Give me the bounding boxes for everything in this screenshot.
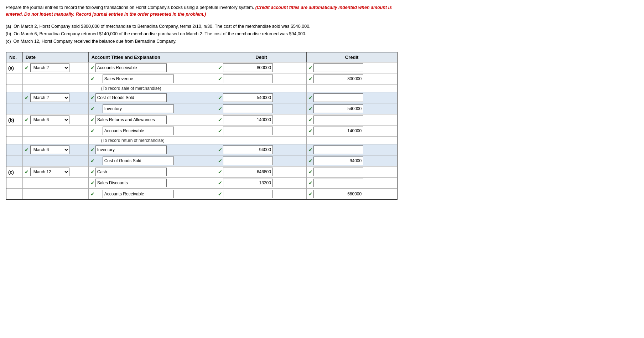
credit-input[interactable] bbox=[313, 104, 363, 113]
debit-input[interactable] bbox=[223, 93, 273, 102]
date-cell[interactable]: ✔March 6 bbox=[22, 144, 88, 155]
check-icon: ✔ bbox=[308, 106, 313, 112]
check-icon: ✔ bbox=[218, 65, 222, 71]
account-cell[interactable]: ✔ bbox=[88, 126, 216, 137]
credit-cell[interactable]: ✔ bbox=[307, 114, 397, 126]
entry-number bbox=[6, 73, 22, 84]
debit-cell[interactable]: ✔ bbox=[216, 167, 306, 178]
account-cell[interactable]: ✔ bbox=[88, 155, 216, 167]
credit-input[interactable] bbox=[313, 75, 363, 83]
date-select[interactable]: March 2 bbox=[30, 63, 69, 72]
date-select[interactable]: March 6 bbox=[30, 145, 69, 154]
debit-input[interactable] bbox=[223, 190, 273, 198]
account-input[interactable] bbox=[103, 104, 174, 113]
check-icon: ✔ bbox=[90, 180, 95, 186]
account-cell: (To record sale of merchandise) bbox=[88, 84, 216, 92]
check-icon: ✔ bbox=[90, 147, 95, 153]
check-icon: ✔ bbox=[25, 95, 29, 101]
account-cell[interactable]: ✔ bbox=[88, 62, 216, 73]
account-input[interactable] bbox=[103, 127, 174, 135]
table-row: ✔✔✔ bbox=[6, 73, 397, 84]
debit-cell[interactable] bbox=[216, 137, 306, 144]
debit-cell[interactable]: ✔ bbox=[216, 73, 306, 84]
account-input[interactable] bbox=[95, 116, 167, 124]
account-cell[interactable]: ✔ bbox=[88, 178, 216, 189]
check-icon: ✔ bbox=[218, 180, 222, 186]
account-input[interactable] bbox=[95, 179, 167, 187]
debit-cell[interactable]: ✔ bbox=[216, 126, 306, 137]
credit-cell[interactable]: ✔ bbox=[307, 155, 397, 167]
debit-cell[interactable] bbox=[216, 84, 306, 92]
credit-cell[interactable]: ✔ bbox=[307, 189, 397, 200]
credit-cell[interactable] bbox=[307, 137, 397, 144]
account-cell[interactable]: ✔ bbox=[88, 114, 216, 126]
debit-input[interactable] bbox=[223, 104, 273, 113]
debit-input[interactable] bbox=[223, 179, 273, 187]
credit-cell[interactable]: ✔ bbox=[307, 92, 397, 103]
account-cell[interactable]: ✔ bbox=[88, 103, 216, 114]
date-cell[interactable]: ✔March 6 bbox=[22, 114, 88, 126]
credit-input[interactable] bbox=[313, 190, 363, 198]
debit-input[interactable] bbox=[223, 116, 273, 124]
account-cell[interactable]: ✔ bbox=[88, 73, 216, 84]
date-select[interactable]: March 12 bbox=[30, 168, 69, 176]
credit-input[interactable] bbox=[313, 127, 363, 135]
table-row: (To record sale of merchandise) bbox=[6, 84, 397, 92]
account-cell[interactable]: ✔ bbox=[88, 92, 216, 103]
account-input[interactable] bbox=[95, 93, 167, 102]
account-input[interactable] bbox=[95, 63, 167, 72]
credit-input[interactable] bbox=[313, 63, 363, 72]
credit-cell[interactable]: ✔ bbox=[307, 144, 397, 155]
credit-cell[interactable]: ✔ bbox=[307, 167, 397, 178]
date-select[interactable]: March 2 bbox=[30, 93, 69, 102]
table-row: ✔March 6✔✔✔ bbox=[6, 144, 397, 155]
table-row: ✔✔✔ bbox=[6, 178, 397, 189]
debit-cell[interactable]: ✔ bbox=[216, 103, 306, 114]
credit-cell[interactable]: ✔ bbox=[307, 73, 397, 84]
account-input[interactable] bbox=[103, 75, 174, 83]
col-header-credit: Credit bbox=[307, 52, 397, 62]
credit-input[interactable] bbox=[313, 145, 363, 154]
check-icon: ✔ bbox=[25, 117, 29, 123]
debit-input[interactable] bbox=[223, 75, 273, 83]
debit-input[interactable] bbox=[223, 168, 273, 176]
credit-input[interactable] bbox=[313, 116, 363, 124]
credit-cell[interactable] bbox=[307, 84, 397, 92]
credit-input[interactable] bbox=[313, 168, 363, 176]
date-cell[interactable]: ✔March 12 bbox=[22, 167, 88, 178]
account-cell[interactable]: ✔ bbox=[88, 144, 216, 155]
credit-cell[interactable]: ✔ bbox=[307, 126, 397, 137]
table-row: ✔✔✔ bbox=[6, 189, 397, 200]
debit-cell[interactable]: ✔ bbox=[216, 62, 306, 73]
debit-cell[interactable]: ✔ bbox=[216, 92, 306, 103]
debit-cell[interactable]: ✔ bbox=[216, 189, 306, 200]
credit-input[interactable] bbox=[313, 179, 363, 187]
account-input[interactable] bbox=[103, 190, 174, 198]
account-input[interactable] bbox=[103, 157, 174, 165]
account-cell[interactable]: ✔ bbox=[88, 167, 216, 178]
date-cell[interactable]: ✔March 2 bbox=[22, 62, 88, 73]
credit-cell[interactable]: ✔ bbox=[307, 103, 397, 114]
debit-cell[interactable]: ✔ bbox=[216, 178, 306, 189]
col-header-no: No. bbox=[6, 52, 22, 62]
entry-number bbox=[6, 92, 22, 103]
debit-input[interactable] bbox=[223, 63, 273, 72]
account-cell[interactable]: ✔ bbox=[88, 189, 216, 200]
date-select[interactable]: March 6 bbox=[30, 116, 69, 124]
credit-cell[interactable]: ✔ bbox=[307, 178, 397, 189]
check-icon: ✔ bbox=[90, 106, 95, 112]
credit-input[interactable] bbox=[313, 93, 363, 102]
debit-input[interactable] bbox=[223, 145, 273, 154]
debit-cell[interactable]: ✔ bbox=[216, 155, 306, 167]
account-input[interactable] bbox=[95, 145, 167, 154]
credit-input[interactable] bbox=[313, 157, 363, 165]
credit-cell[interactable]: ✔ bbox=[307, 62, 397, 73]
date-cell[interactable]: ✔March 2 bbox=[22, 92, 88, 103]
check-icon: ✔ bbox=[90, 169, 95, 175]
debit-input[interactable] bbox=[223, 157, 273, 165]
debit-cell[interactable]: ✔ bbox=[216, 144, 306, 155]
debit-input[interactable] bbox=[223, 127, 273, 135]
debit-cell[interactable]: ✔ bbox=[216, 114, 306, 126]
account-input[interactable] bbox=[95, 168, 167, 176]
date-cell bbox=[22, 84, 88, 92]
